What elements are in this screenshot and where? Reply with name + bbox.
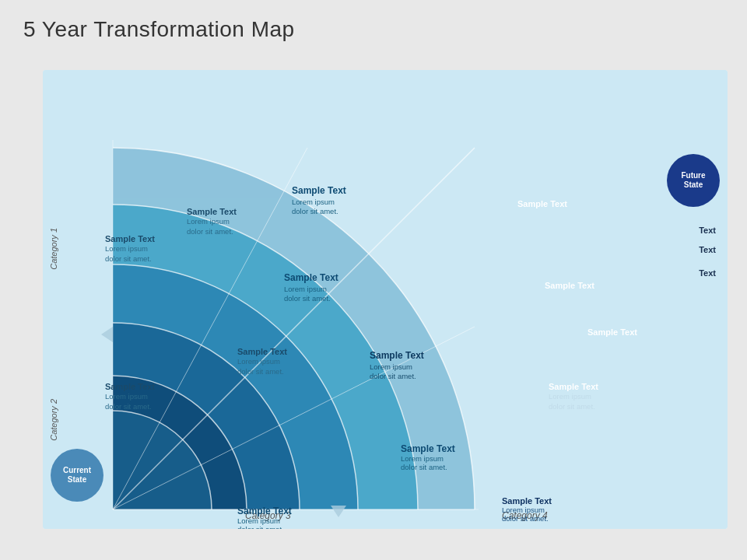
- current-state-badge: Current State: [51, 449, 103, 502]
- category-1-label: Category 1: [49, 171, 58, 327]
- text-block-6: Sample Text Lorem ipsumdolor sit amet.: [237, 346, 287, 376]
- text-block-12: Sample Text Lorem ipsumdolor sit amet.: [401, 443, 455, 471]
- text-block-14: Sample Text Lorem ipsumdolor sit amet.: [502, 496, 552, 523]
- text-block-8: Sample Text Lorem ipsumdolor sit amet.: [549, 381, 598, 411]
- text-block-1: Sample Text Lorem ipsumdolor sit amet.: [105, 233, 155, 264]
- right-label-3: Text: [699, 245, 716, 254]
- right-label-2: Text: [699, 226, 716, 235]
- text-block-9: Sample Text: [517, 198, 567, 209]
- diagram-container: Category 1 Category 2 Category 3 Categor…: [43, 70, 728, 529]
- text-block-5: Sample Text Lorem ipsumdolor sit amet.: [105, 381, 155, 411]
- text-block-10: Sample Text: [545, 280, 594, 291]
- text-block-3: Sample Text Lorem ipsumdolor sit amet.: [292, 185, 346, 216]
- text-block-2: Sample Text Lorem ipsumdolor sit amet.: [187, 206, 237, 236]
- future-state-badge: Future State: [667, 154, 720, 207]
- text-block-4: Sample Text Lorem ipsumdolor sit amet.: [284, 272, 338, 303]
- right-label-4: Text: [699, 268, 716, 278]
- text-block-7: Sample Text Lorem ipsumdolor sit amet.: [370, 350, 424, 381]
- page-title: 5 Year Transformation Map: [23, 17, 295, 42]
- text-block-11: Sample Text: [587, 327, 637, 338]
